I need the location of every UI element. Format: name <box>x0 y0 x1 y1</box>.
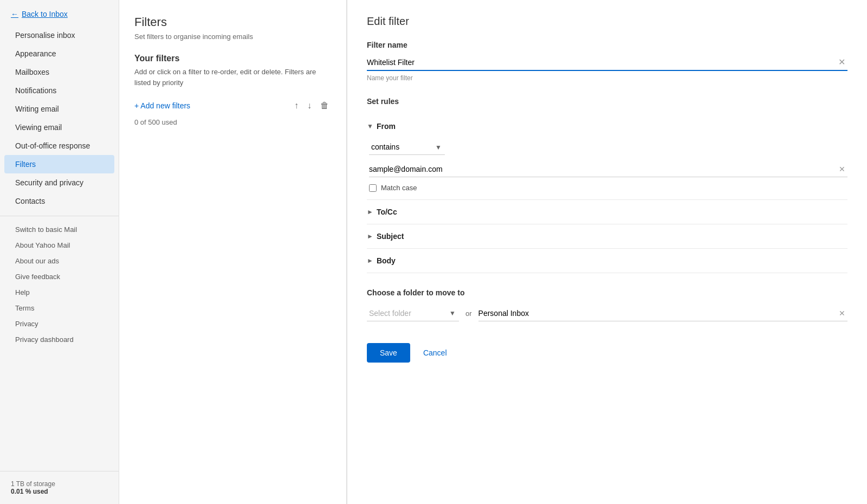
from-chevron-down-icon: ▼ <box>367 122 373 130</box>
sidebar-item-notifications[interactable]: Notifications <box>4 81 114 100</box>
storage-info: 1 TB of storage 0.01 % used <box>0 471 119 504</box>
delete-filter-button[interactable]: 🗑 <box>318 99 331 113</box>
sidebar-item-writing-email[interactable]: Writing email <box>4 100 114 118</box>
body-rule-label: Body <box>377 256 396 265</box>
cancel-button[interactable]: Cancel <box>419 343 451 363</box>
sidebar-item-personalise-inbox[interactable]: Personalise inbox <box>4 26 114 44</box>
sidebar-item-help[interactable]: Help <box>4 285 114 300</box>
sidebar-item-contacts[interactable]: Contacts <box>4 192 114 210</box>
move-up-button[interactable]: ↑ <box>292 99 301 113</box>
filter-action-buttons: ↑ ↓ 🗑 <box>292 99 331 113</box>
personal-inbox-wrap: ✕ <box>478 306 847 321</box>
sidebar-item-about-yahoo-mail[interactable]: About Yahoo Mail <box>4 237 114 253</box>
sidebar-item-privacy-dashboard[interactable]: Privacy dashboard <box>4 332 114 347</box>
sidebar-item-switch-basic-mail[interactable]: Switch to basic Mail <box>4 222 114 237</box>
back-arrow-icon: ← <box>11 10 18 18</box>
action-buttons: Save Cancel <box>367 343 847 363</box>
your-filters-desc: Add or click on a filter to re-order, ed… <box>134 67 331 88</box>
tocc-rule-label: To/Cc <box>377 208 397 216</box>
filters-subtitle: Set filters to organise incoming emails <box>134 33 331 41</box>
subject-rule-label: Subject <box>377 232 404 241</box>
contains-select-wrap: contains does not contain is is not ▼ <box>369 139 445 155</box>
filters-title: Filters <box>134 15 331 29</box>
subject-chevron-right-icon: ► <box>367 232 373 240</box>
tocc-rule-header[interactable]: ► To/Cc <box>367 208 847 216</box>
your-filters-title: Your filters <box>134 54 331 63</box>
contains-select[interactable]: contains does not contain is is not <box>369 139 445 155</box>
folder-select[interactable]: Select folder Inbox Trash Spam <box>367 306 459 321</box>
choose-folder-label: Choose a folder to move to <box>367 288 847 297</box>
folder-row: Select folder Inbox Trash Spam ▼ or ✕ <box>367 306 847 321</box>
email-input[interactable] <box>369 161 847 177</box>
from-rule-content: contains does not contain is is not ▼ ✕ <box>367 139 847 192</box>
storage-label: 1 TB of storage <box>11 480 108 488</box>
choose-folder-section: Choose a folder to move to Select folder… <box>367 288 847 321</box>
filters-panel: Filters Set filters to organise incoming… <box>119 0 347 504</box>
sidebar-item-about-our-ads[interactable]: About our ads <box>4 253 114 269</box>
filter-name-clear-button[interactable]: ✕ <box>838 58 845 67</box>
sidebar-item-give-feedback[interactable]: Give feedback <box>4 269 114 285</box>
email-clear-button[interactable]: ✕ <box>839 165 845 173</box>
or-label: or <box>465 309 472 318</box>
sidebar-item-appearance[interactable]: Appearance <box>4 44 114 63</box>
add-filter-row: + Add new filters ↑ ↓ 🗑 <box>134 99 331 113</box>
filter-name-label: Filter name <box>367 41 847 49</box>
subject-rule-block: ► Subject <box>367 224 847 249</box>
sidebar-item-privacy[interactable]: Privacy <box>4 316 114 332</box>
main-content: Filters Set filters to organise incoming… <box>119 0 867 504</box>
filter-name-section: Filter name ✕ Name your filter <box>367 41 847 82</box>
nav-divider <box>0 216 119 216</box>
folder-select-wrap: Select folder Inbox Trash Spam ▼ <box>367 306 459 321</box>
match-case-row: Match case <box>369 184 847 192</box>
from-rule-label: From <box>377 122 396 131</box>
filter-name-input-wrap: ✕ <box>367 55 847 71</box>
tocc-chevron-right-icon: ► <box>367 208 373 216</box>
sidebar-item-filters[interactable]: Filters <box>4 155 114 173</box>
from-rule-block: ▼ From contains does not contain is is n… <box>367 114 847 200</box>
body-chevron-right-icon: ► <box>367 257 373 264</box>
personal-inbox-input[interactable] <box>478 306 847 321</box>
move-down-button[interactable]: ↓ <box>305 99 314 113</box>
back-to-inbox-link[interactable]: ← Back to Inbox <box>0 0 119 26</box>
tocc-rule-block: ► To/Cc <box>367 200 847 224</box>
sidebar-item-viewing-email[interactable]: Viewing email <box>4 118 114 137</box>
save-button[interactable]: Save <box>367 343 410 363</box>
personal-inbox-clear-button[interactable]: ✕ <box>839 309 845 318</box>
sidebar-item-out-of-office[interactable]: Out-of-office response <box>4 137 114 155</box>
set-rules-section: Set rules ▼ From contains does not conta… <box>367 97 847 273</box>
body-rule-header[interactable]: ► Body <box>367 256 847 265</box>
from-rule-header[interactable]: ▼ From <box>367 122 847 131</box>
edit-filter-panel: Edit filter Filter name ✕ Name your filt… <box>347 0 867 504</box>
sidebar-item-terms[interactable]: Terms <box>4 300 114 316</box>
email-row: ✕ <box>369 161 847 177</box>
storage-used: 0.01 % used <box>11 488 108 495</box>
filter-count: 0 of 500 used <box>134 118 331 126</box>
subject-rule-header[interactable]: ► Subject <box>367 232 847 241</box>
email-input-wrap: ✕ <box>369 161 847 177</box>
match-case-checkbox[interactable] <box>369 184 377 192</box>
secondary-nav: Switch to basic MailAbout Yahoo MailAbou… <box>0 222 119 347</box>
add-filter-button[interactable]: + Add new filters <box>134 101 190 110</box>
match-case-label: Match case <box>381 184 417 192</box>
body-rule-block: ► Body <box>367 249 847 273</box>
sidebar-item-security-privacy[interactable]: Security and privacy <box>4 173 114 192</box>
sidebar-item-mailboxes[interactable]: Mailboxes <box>4 63 114 81</box>
sidebar: ← Back to Inbox Personalise inboxAppeara… <box>0 0 119 504</box>
edit-filter-title: Edit filter <box>367 15 847 28</box>
filter-name-hint: Name your filter <box>367 74 847 82</box>
set-rules-label: Set rules <box>367 97 847 106</box>
back-to-inbox-label: Back to Inbox <box>22 10 68 18</box>
main-nav: Personalise inboxAppearanceMailboxesNoti… <box>0 26 119 210</box>
filter-name-input[interactable] <box>367 55 847 70</box>
contains-row: contains does not contain is is not ▼ <box>369 139 847 155</box>
